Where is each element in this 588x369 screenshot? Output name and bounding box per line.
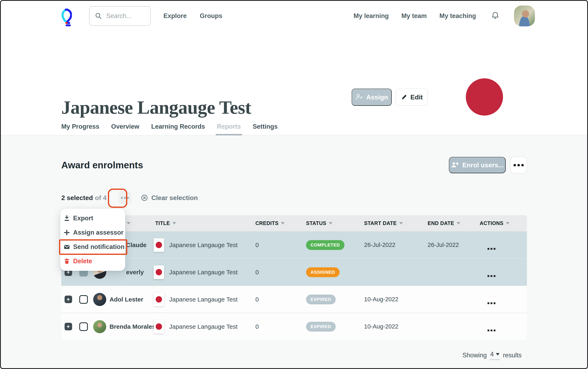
start-date: 10-Aug-2022 xyxy=(362,323,425,330)
row-actions-button[interactable] xyxy=(478,275,527,277)
bulk-actions-button[interactable] xyxy=(118,192,131,204)
x-circle-icon xyxy=(141,194,148,202)
column-header-credits[interactable]: CREDITS xyxy=(253,220,304,226)
pencil-icon xyxy=(401,94,408,101)
assign-button-label: Assign xyxy=(366,93,388,101)
user-avatar[interactable] xyxy=(514,6,535,26)
status-badge: COMPLETED xyxy=(306,240,344,250)
column-header-status[interactable]: STATUS xyxy=(304,220,362,226)
nav-link-my-teaching[interactable]: My teaching xyxy=(440,12,476,20)
enrol-users-button[interactable]: Enrol users... xyxy=(449,157,506,173)
nav-link-my-team[interactable]: My team xyxy=(402,12,427,20)
column-header-end-date[interactable]: END DATE xyxy=(425,220,478,226)
tab-my-progress[interactable]: My Progress xyxy=(61,118,99,135)
row-actions-button[interactable] xyxy=(478,248,527,250)
nav-link-explore[interactable]: Explore xyxy=(163,12,187,20)
row-actions-button[interactable] xyxy=(478,302,527,304)
nav-link-my-learning[interactable]: My learning xyxy=(354,12,389,20)
course-title: Japanese Langauge Test xyxy=(169,242,238,248)
expand-row-button[interactable]: + xyxy=(65,296,72,303)
assign-button[interactable]: Assign xyxy=(352,89,392,106)
page-more-options-button[interactable] xyxy=(510,157,527,174)
table-header-row: TITLE CREDITS STATUS START DATE END DATE… xyxy=(61,215,527,231)
status-badge: ASSIGNED xyxy=(306,267,340,277)
app-window: Search... Explore Groups My learning My … xyxy=(0,0,588,369)
tab-reports[interactable]: Reports xyxy=(217,118,241,135)
sort-caret-icon xyxy=(399,222,403,224)
search-placeholder: Search... xyxy=(106,12,132,20)
results-footer: Showing 4 results xyxy=(61,351,527,360)
menu-item-label: Send notification xyxy=(73,243,124,251)
primary-nav: Explore Groups xyxy=(163,12,222,20)
selection-count-selected: 2 selected xyxy=(61,194,93,202)
sort-caret-icon xyxy=(172,222,176,224)
results-count-dropdown[interactable]: 4 xyxy=(490,351,500,360)
learner-name: Brenda Morales xyxy=(107,323,152,330)
sort-caret-icon xyxy=(457,222,460,224)
edit-button[interactable]: Edit xyxy=(396,89,428,106)
enrol-users-label: Enrol users... xyxy=(462,161,504,169)
status-badge: EXPIRED xyxy=(306,295,336,304)
bulk-actions-wrap xyxy=(115,188,135,207)
bulk-actions-menu: Export Assign assessor Send notification… xyxy=(60,209,125,271)
search-input[interactable]: Search... xyxy=(89,6,151,26)
tab-learning-records[interactable]: Learning Records xyxy=(151,118,205,135)
course-image-japan-flag xyxy=(466,78,503,116)
edit-button-label: Edit xyxy=(411,93,423,101)
course-hero: Japanese Langauge Test Assign Edit xyxy=(1,31,587,118)
row-actions-button[interactable] xyxy=(478,329,527,331)
ellipsis-icon xyxy=(514,164,516,166)
user-nav: My learning My team My teaching xyxy=(354,6,535,26)
chevron-down-icon xyxy=(496,353,500,356)
lightbulb-logo-icon[interactable] xyxy=(60,5,72,27)
menu-item-send-notification[interactable]: Send notification xyxy=(60,240,125,254)
selection-toolbar: 2 selectedof 4 Clear selection xyxy=(61,188,527,207)
row-checkbox[interactable] xyxy=(79,322,88,331)
menu-item-delete[interactable]: Delete xyxy=(60,254,125,268)
column-header-title[interactable]: TITLE xyxy=(152,220,253,226)
menu-item-label: Delete xyxy=(73,257,92,265)
sort-caret-icon xyxy=(329,222,333,224)
course-title: Japanese Langauge Test xyxy=(169,323,238,330)
credits-value: 0 xyxy=(253,269,304,276)
menu-item-label: Assign assessor xyxy=(73,229,123,236)
status-badge: EXPIRED xyxy=(306,322,336,332)
bell-icon[interactable] xyxy=(490,11,500,21)
japan-flag-icon xyxy=(154,238,164,252)
sort-caret-icon xyxy=(506,222,510,224)
section-heading: Award enrolments xyxy=(61,160,449,171)
start-date: 10-Aug-2022 xyxy=(362,296,425,303)
results-label: results xyxy=(503,352,522,359)
start-date: 26-Jul-2022 xyxy=(362,242,425,248)
japan-flag-icon xyxy=(154,293,164,306)
selection-count: 2 selectedof 4 xyxy=(61,194,107,202)
table-row: + Brenda Morales Japanese Langauge Test … xyxy=(61,313,527,340)
page-title: Japanese Langauge Test xyxy=(61,97,251,118)
menu-item-export[interactable]: Export xyxy=(60,211,125,226)
column-header-start-date[interactable]: START DATE xyxy=(362,220,425,226)
menu-item-assign-assessor[interactable]: Assign assessor xyxy=(60,226,125,240)
tab-settings[interactable]: Settings xyxy=(253,118,278,135)
column-header-actions[interactable]: ACTIONS xyxy=(478,220,527,226)
tab-overview[interactable]: Overview xyxy=(111,118,139,135)
table-row: + Claude Japanese Langauge Test 0 COMPLE… xyxy=(61,231,527,258)
learner-name: Adol Lester xyxy=(107,296,152,303)
sort-caret-icon xyxy=(281,222,284,224)
nav-link-groups[interactable]: Groups xyxy=(200,12,222,20)
learner-avatar xyxy=(93,320,106,333)
menu-item-label: Export xyxy=(73,215,93,222)
course-title: Japanese Langauge Test xyxy=(169,269,238,276)
credits-value: 0 xyxy=(253,323,304,330)
showing-label: Showing xyxy=(462,352,487,359)
japan-flag-icon xyxy=(154,266,164,279)
selection-count-of: of 4 xyxy=(95,194,107,202)
expand-row-button[interactable]: + xyxy=(65,323,72,330)
clear-selection-button[interactable]: Clear selection xyxy=(141,194,198,202)
top-nav: Search... Explore Groups My learning My … xyxy=(1,1,587,31)
end-date: 26-Jul-2022 xyxy=(425,242,478,248)
search-icon xyxy=(95,12,102,20)
envelope-icon xyxy=(64,244,70,250)
row-checkbox[interactable] xyxy=(79,295,88,304)
download-icon xyxy=(64,215,70,222)
person-plus-icon xyxy=(451,161,460,169)
